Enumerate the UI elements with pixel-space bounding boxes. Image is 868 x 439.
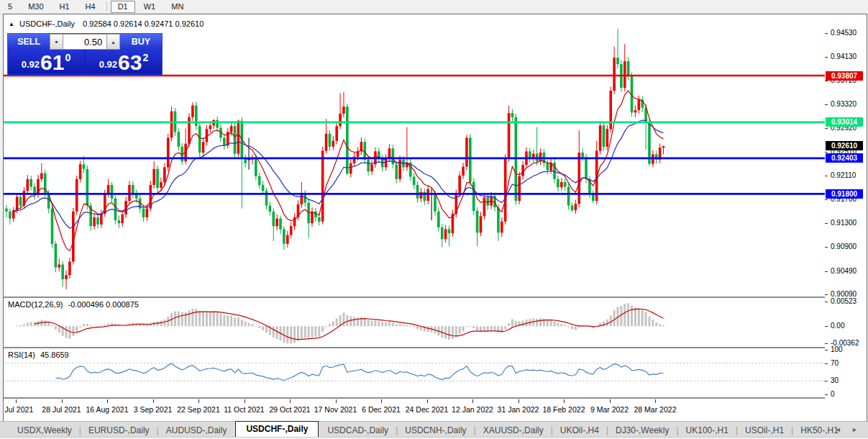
- macd-histogram-bar: [571, 326, 573, 329]
- candle-body: [290, 226, 293, 235]
- macd-histogram-bar: [532, 319, 534, 327]
- price-axis[interactable]: 0.945300.941300.937200.933200.929200.925…: [825, 14, 865, 420]
- candle-body: [469, 138, 472, 182]
- chart-tab-eurusd-daily[interactable]: EURUSD-,Daily: [81, 423, 157, 437]
- candle-body: [329, 134, 332, 147]
- chart-tab-audusd-daily[interactable]: AUDUSD-,Daily: [159, 423, 234, 437]
- candle-body: [9, 212, 12, 219]
- candle-body: [272, 212, 275, 226]
- candle-body: [363, 142, 366, 160]
- trade-panel-controls: SELL ▼ 0.50 ▲ BUY: [8, 34, 162, 50]
- macd-histogram-bar: [374, 320, 376, 326]
- macd-histogram-bar: [409, 326, 411, 327]
- macd-histogram-bar: [30, 322, 32, 326]
- macd-histogram-bar: [575, 326, 577, 330]
- candle-body: [486, 197, 489, 205]
- macd-histogram-bar: [304, 326, 306, 338]
- chart-tab-uk100-h1[interactable]: UK100-,H1: [679, 423, 736, 437]
- candle-body: [202, 142, 205, 153]
- sell-price[interactable]: 0.92 61 0: [8, 50, 84, 73]
- buy-price[interactable]: 0.92 63 2: [86, 50, 162, 73]
- axis-tick: [825, 302, 828, 302]
- date-tick: [16, 399, 17, 403]
- tab-scroll-left-icon[interactable]: ◄: [835, 426, 846, 433]
- mt4-terminal: { "toolbar": { "timeframes": ["5", "M30"…: [0, 0, 868, 439]
- candle-body: [188, 117, 191, 144]
- collapse-triangle-icon[interactable]: ▲: [9, 21, 14, 27]
- macd-axis-label: 0.00: [831, 322, 844, 330]
- candle-body: [178, 132, 181, 146]
- timeframe-button-MN[interactable]: MN: [164, 1, 191, 13]
- price-axis-label: 0.92110: [831, 171, 856, 179]
- candle-body: [61, 265, 64, 279]
- chart-tab-xauusd-daily[interactable]: XAUUSD-,Daily: [476, 423, 551, 437]
- macd-histogram-bar: [357, 317, 359, 326]
- candle-body: [72, 212, 75, 262]
- candle-body: [437, 212, 440, 227]
- candle-body: [318, 217, 321, 222]
- volume-input[interactable]: 0.50: [63, 34, 106, 50]
- candle-body: [501, 222, 503, 233]
- timeframe-button-H1[interactable]: H1: [52, 1, 77, 13]
- chart-tab-dj30-weekly[interactable]: DJ30-,Weekly: [608, 423, 676, 437]
- macd-histogram-bar: [188, 310, 191, 326]
- date-tick: [107, 399, 108, 403]
- candle-body: [118, 220, 121, 223]
- timeframe-button-D1[interactable]: D1: [111, 1, 135, 13]
- axis-tick: [825, 271, 828, 272]
- candle-body: [321, 151, 324, 222]
- price-axis-label: 0.93320: [831, 100, 856, 108]
- timeframe-button-H4[interactable]: H4: [78, 1, 103, 13]
- buy-price-big: 63: [118, 53, 142, 73]
- axis-tick: [825, 223, 828, 224]
- axis-tick: [825, 350, 828, 350]
- candle-body: [462, 167, 465, 176]
- macd-histogram-bar: [219, 314, 221, 327]
- candle-body: [16, 196, 19, 210]
- level-price-badge: 0.93014: [826, 117, 863, 127]
- candle-body: [142, 209, 145, 217]
- sell-button[interactable]: SELL: [8, 34, 50, 50]
- time-axis[interactable]: 9 Jul 202128 Jul 202116 Aug 20213 Sep 20…: [4, 399, 825, 420]
- macd-histogram-bar: [567, 326, 570, 327]
- macd-histogram-bar: [490, 326, 493, 330]
- tab-scroll-right-icon[interactable]: ►: [851, 426, 862, 433]
- volume-increase-button[interactable]: ▲: [106, 34, 120, 50]
- timeframe-button-M30[interactable]: M30: [21, 1, 50, 13]
- candle-body: [476, 211, 479, 232]
- macd-histogram-bar: [93, 325, 96, 326]
- macd-histogram-bar: [504, 326, 506, 329]
- macd-histogram-bar: [350, 316, 352, 326]
- chart-tab-usoil-h1[interactable]: USOil-,H1: [738, 423, 791, 437]
- timeframe-button-W1[interactable]: W1: [137, 1, 163, 13]
- buy-button[interactable]: BUY: [120, 34, 162, 50]
- macd-histogram-bar: [206, 312, 208, 326]
- chart-tab-usdchf-daily[interactable]: USDCHF-,Daily: [235, 421, 319, 437]
- macd-histogram-bar: [321, 326, 324, 332]
- chart-tab-usdcnh-daily[interactable]: USDCNH-,Daily: [398, 423, 473, 437]
- candle-body: [303, 194, 306, 202]
- fast-ma-line: [14, 91, 664, 251]
- macd-histogram-bar: [293, 326, 296, 343]
- volume-decrease-button[interactable]: ▼: [50, 34, 63, 50]
- macd-histogram-bar: [483, 326, 485, 331]
- timeframe-button-5[interactable]: 5: [1, 1, 19, 13]
- macd-histogram-bar: [146, 325, 148, 326]
- axis-tick: [825, 199, 828, 200]
- date-tick: [336, 399, 337, 403]
- date-tick: [153, 399, 154, 403]
- chart-tab-ukoil-h4[interactable]: UKOil-,H4: [553, 423, 606, 437]
- macd-histogram-bar: [44, 320, 46, 326]
- macd-histogram-bar: [262, 326, 264, 330]
- candle-body: [160, 182, 163, 188]
- chart-tab-usdx-weekly[interactable]: USDX,Weekly: [10, 423, 79, 437]
- macd-histogram-bar: [178, 311, 180, 326]
- candle-body: [465, 138, 468, 167]
- macd-histogram-bar: [79, 326, 81, 327]
- price-axis-label: 0.94130: [831, 53, 856, 60]
- chart-tab-usdcad-daily[interactable]: USDCAD-,Daily: [320, 423, 396, 437]
- spinner-up-icon: ▲: [111, 40, 116, 45]
- macd-histogram-bar: [223, 315, 225, 326]
- price-axis-label: 0.91300: [831, 219, 856, 227]
- macd-axis-label: 0.00523: [831, 297, 856, 305]
